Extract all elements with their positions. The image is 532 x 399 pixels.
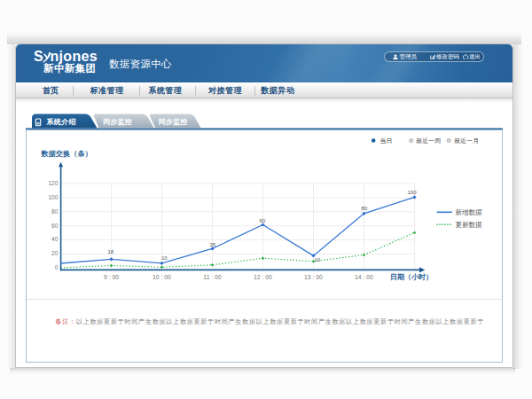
svg-text:35: 35 <box>210 242 216 247</box>
svg-text:11 : 00: 11 : 00 <box>203 274 222 280</box>
svg-text:12 : 00: 12 : 00 <box>254 274 272 280</box>
svg-text:10: 10 <box>161 255 168 261</box>
svg-text:最近一周: 最近一周 <box>416 137 441 144</box>
svg-text:日期（小时）: 日期（小时） <box>390 273 433 281</box>
svg-text:60: 60 <box>51 223 59 229</box>
svg-text:120: 120 <box>48 180 58 186</box>
svg-text:13 : 00: 13 : 00 <box>304 274 323 280</box>
svg-text:60: 60 <box>260 218 266 223</box>
svg-text:更新数据: 更新数据 <box>456 221 483 229</box>
svg-text:100: 100 <box>48 194 58 200</box>
svg-text:80: 80 <box>362 206 368 211</box>
svg-text:同步监控: 同步监控 <box>103 118 132 126</box>
svg-text:当日: 当日 <box>380 137 393 145</box>
svg-text:18: 18 <box>108 249 114 254</box>
svg-text:20: 20 <box>51 250 59 256</box>
svg-text:0: 0 <box>55 264 59 270</box>
svg-text:10: 10 <box>315 257 321 262</box>
svg-text:14 : 00: 14 : 00 <box>355 274 373 280</box>
svg-text:系统介绍: 系统介绍 <box>45 117 75 126</box>
svg-text:最近一月: 最近一月 <box>454 137 479 145</box>
svg-text:10 : 00: 10 : 00 <box>153 274 171 280</box>
svg-text:80: 80 <box>51 208 59 215</box>
svg-text:40: 40 <box>51 236 59 242</box>
svg-text:新增数据: 新增数据 <box>456 208 483 216</box>
svg-text:同步监控: 同步监控 <box>158 118 187 126</box>
svg-text:100: 100 <box>408 190 418 195</box>
svg-text:9 : 00: 9 : 00 <box>104 274 119 280</box>
svg-text:数据交换（条）: 数据交换（条） <box>41 150 92 158</box>
